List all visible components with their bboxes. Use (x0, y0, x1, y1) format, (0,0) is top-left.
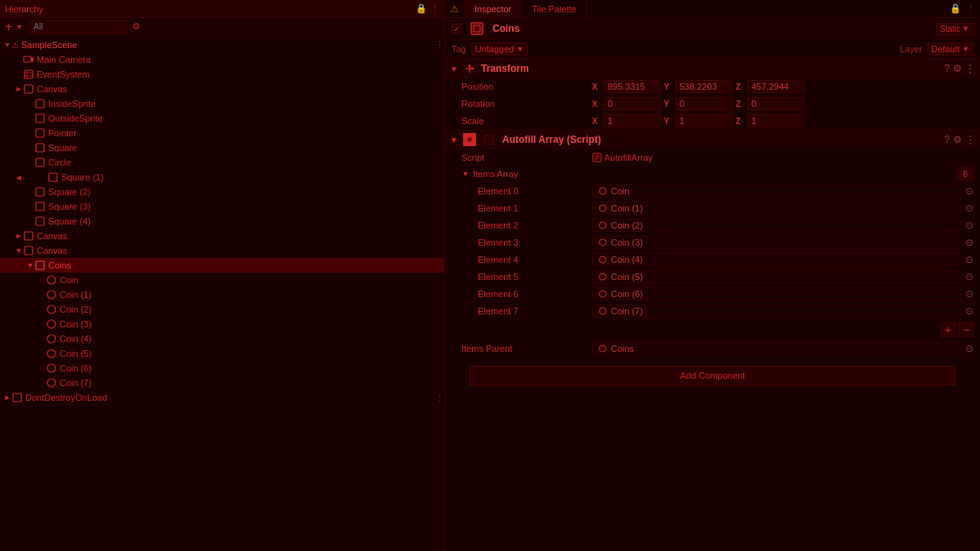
autofill-checkbox[interactable]: ✓ (484, 135, 494, 144)
add-dropdown-icon[interactable]: ▼ (16, 23, 23, 31)
element-value-0[interactable]: Coin (592, 184, 960, 198)
element-value-6[interactable]: Coin (6) (592, 287, 960, 300)
dont-destroy-ellipsis[interactable]: ⋮ (435, 393, 444, 403)
add-element-button[interactable]: + (941, 322, 956, 337)
tree-item-coin1[interactable]: Coin (1) (0, 287, 444, 302)
layer-dropdown[interactable]: Default ▼ (927, 42, 973, 56)
element-options-3[interactable]: ⊙ (965, 237, 973, 248)
tree-item-coin4[interactable]: Coin (4) (0, 331, 444, 346)
rot-y-input[interactable]: 0 (675, 97, 733, 110)
hierarchy-filter-icon[interactable]: ⚙ (132, 21, 140, 32)
transform-help-icon[interactable]: ? (944, 63, 950, 74)
tree-item-canvas3[interactable]: ▼ Canvas (0, 243, 444, 258)
autofill-arrow[interactable]: ▼ (450, 136, 458, 144)
tree-item-square4[interactable]: Square (4) (0, 214, 444, 229)
element-options-6[interactable]: ⊙ (965, 288, 973, 300)
items-array-arrow[interactable]: ▼ (461, 170, 470, 178)
scale-x-input[interactable]: 1 (604, 114, 661, 127)
autofill-actions: ? ⚙ ⋮ (944, 134, 975, 145)
transform-ellipsis-icon[interactable]: ⋮ (965, 63, 975, 74)
element-options-0[interactable]: ⊙ (965, 185, 973, 197)
tree-item-coin3[interactable]: Coin (3) (0, 317, 444, 331)
hierarchy-header: Hierarchy 🔒 ⋮ (0, 0, 444, 18)
tree-item-canvas2[interactable]: ► Canvas (0, 229, 444, 243)
item-label: Circle (48, 158, 71, 167)
autofill-help-icon[interactable]: ? (944, 134, 950, 145)
tree-item-main-camera[interactable]: Main Camera (0, 52, 444, 67)
cube-icon (23, 83, 34, 95)
tree-item-square[interactable]: Square (0, 140, 444, 155)
element-options-4[interactable]: ⊙ (965, 254, 973, 265)
element-coin-name-4: Coin (4) (611, 255, 643, 264)
element-options-7[interactable]: ⊙ (965, 305, 973, 317)
element-options-2[interactable]: ⊙ (965, 220, 973, 231)
items-array-count[interactable]: 8 (957, 167, 973, 180)
scene-ellipsis[interactable]: ⋮ (435, 40, 444, 51)
tab-inspector[interactable]: Inspector (465, 0, 522, 17)
items-parent-value-field[interactable]: Coins (592, 342, 962, 355)
element-value-5[interactable]: Coin (5) (592, 270, 960, 283)
hierarchy-ellipsis-icon[interactable]: ⋮ (430, 3, 439, 14)
inspector-lock-icon[interactable]: 🔒 (950, 3, 961, 14)
hierarchy-lock-icon[interactable]: 🔒 (416, 3, 427, 14)
tree-item-coin2[interactable]: Coin (2) (0, 302, 444, 317)
element-value-3[interactable]: Coin (3) (592, 236, 960, 249)
tree-item-square1[interactable]: ◄ Square (1) (0, 170, 444, 184)
element-options-5[interactable]: ⊙ (965, 271, 973, 282)
svg-rect-28 (471, 23, 483, 34)
tree-item-coins[interactable]: ▼ Coins (0, 258, 444, 273)
tree-item-inside-sprite[interactable]: InsideSprite (0, 96, 444, 111)
rot-z-input[interactable]: 0 (747, 97, 804, 110)
tree-item-square3[interactable]: Square (3) (0, 199, 444, 214)
element-value-1[interactable]: Coin (1) (592, 202, 960, 215)
remove-element-button[interactable]: − (959, 322, 973, 337)
tree-item-outside-sprite[interactable]: OutsideSprite (0, 111, 444, 126)
static-arrow: ▼ (962, 24, 969, 33)
scene-root[interactable]: ▼ ⚠ SampleScene ⋮ (0, 38, 444, 52)
autofill-title: Autofill Array (Script) (502, 134, 939, 145)
element-value-2[interactable]: Coin (2) (592, 219, 960, 232)
script-value[interactable]: AutofillArray (592, 153, 653, 162)
element-coin-name-0: Coin (611, 186, 630, 196)
tree-item-canvas[interactable]: ► Canvas (0, 82, 444, 96)
inspector-ellipsis-icon[interactable]: ⋮ (966, 3, 975, 14)
tree-item-square2[interactable]: Square (2) (0, 184, 444, 199)
tab-tile-palette[interactable]: Tile Palette (522, 0, 587, 17)
transform-arrow[interactable]: ▼ (450, 64, 458, 73)
element-options-1[interactable]: ⊙ (965, 202, 973, 214)
add-component-button[interactable]: Add Component (470, 366, 956, 385)
pos-x-input[interactable]: 895.3315 (604, 80, 661, 93)
active-checkbox[interactable]: ✓ (452, 24, 461, 33)
arrow: ► (3, 393, 11, 402)
scale-z-input[interactable]: 1 (747, 114, 804, 127)
tree-item-coin7[interactable]: Coin (7) (0, 375, 444, 390)
rot-x-input[interactable]: 0 (604, 97, 661, 110)
cube-icon (23, 245, 34, 256)
tree-item-coin0[interactable]: Coin (0, 273, 444, 287)
transform-settings-icon[interactable]: ⚙ (953, 63, 962, 74)
pos-y-input[interactable]: 538.2203 (675, 80, 733, 93)
item-label: Square (2) (48, 187, 91, 197)
tree-item-circle[interactable]: Circle (0, 155, 444, 170)
scene-arrow: ▼ (3, 41, 11, 49)
tag-dropdown[interactable]: Untagged ▼ (471, 42, 528, 56)
element-value-4[interactable]: Coin (4) (592, 253, 960, 266)
hierarchy-search-input[interactable] (29, 20, 127, 33)
pos-z-input[interactable]: 457.2944 (747, 80, 804, 93)
element-value-7[interactable]: Coin (7) (592, 304, 960, 318)
tree-item-pointer[interactable]: Pointer (0, 126, 444, 140)
autofill-settings-icon[interactable]: ⚙ (953, 134, 962, 145)
items-parent-settings[interactable]: ⊙ (965, 343, 973, 354)
tree-item-event-system[interactable]: EventSystem (0, 67, 444, 82)
element-coin-icon-2 (598, 220, 608, 230)
element-coin-name-3: Coin (3) (611, 238, 643, 247)
static-dropdown[interactable]: Static ▼ (936, 23, 973, 35)
scale-y-input[interactable]: 1 (675, 114, 733, 127)
tag-layer-row: Tag Untagged ▼ Layer Default ▼ (445, 40, 980, 59)
autofill-ellipsis-icon[interactable]: ⋮ (965, 134, 975, 145)
add-button[interactable]: + (5, 20, 12, 33)
tree-item-coin5[interactable]: Coin (5) (0, 346, 444, 361)
tree-item-dont-destroy[interactable]: ► DontDestroyOnLoad ⋮ (0, 390, 444, 405)
tree-item-coin6[interactable]: Coin (6) (0, 361, 444, 375)
item-label: Canvas (37, 84, 67, 94)
